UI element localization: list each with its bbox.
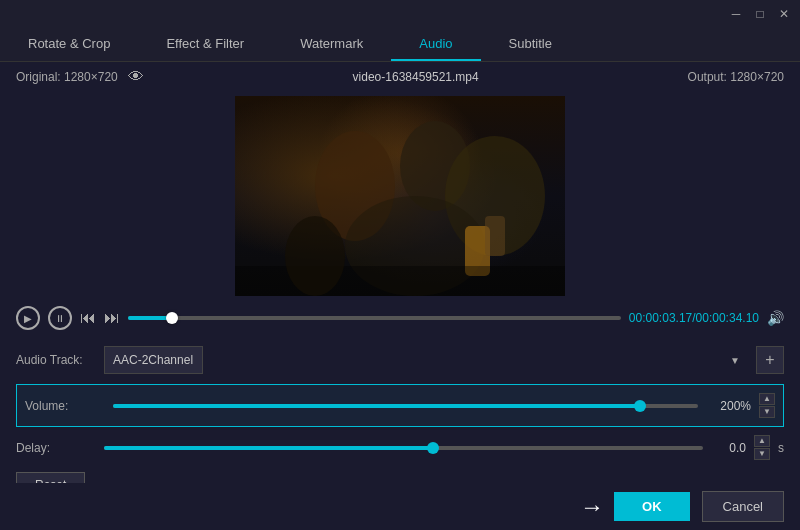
tab-watermark[interactable]: Watermark (272, 28, 391, 61)
video-overlay (235, 96, 565, 296)
minimize-button[interactable]: ─ (728, 6, 744, 22)
delay-thumb (427, 442, 439, 454)
volume-icon[interactable]: 🔊 (767, 310, 784, 326)
volume-label: Volume: (25, 399, 105, 413)
volume-thumb (634, 400, 646, 412)
volume-fill (113, 404, 640, 408)
progress-fill (128, 316, 172, 320)
delay-slider[interactable] (104, 446, 703, 450)
playback-bar: ▶ ⏸ ⏮ ⏭ 00:00:03.17/00:00:34.10 🔊 (0, 300, 800, 336)
delay-spinner: ▲ ▼ (754, 435, 770, 460)
stop-button[interactable]: ⏸ (48, 306, 72, 330)
play-button[interactable]: ▶ (16, 306, 40, 330)
cancel-button[interactable]: Cancel (702, 491, 784, 522)
delay-fill (104, 446, 433, 450)
delay-value: 0.0 (711, 441, 746, 455)
audio-track-row: Audio Track: AAC-2Channel + (16, 346, 784, 374)
audio-track-label: Audio Track: (16, 353, 96, 367)
original-size-label: Original: 1280×720 (16, 70, 118, 84)
volume-slider[interactable] (113, 404, 698, 408)
video-preview (235, 96, 565, 296)
info-bar: Original: 1280×720 👁 video-1638459521.mp… (0, 62, 800, 92)
next-frame-button[interactable]: ⏭ (104, 309, 120, 327)
title-bar: ─ □ ✕ (0, 0, 800, 28)
volume-up-button[interactable]: ▲ (759, 393, 775, 405)
progress-thumb (166, 312, 178, 324)
tab-audio[interactable]: Audio (391, 28, 480, 61)
progress-bar[interactable] (128, 316, 621, 320)
output-size-label: Output: 1280×720 (688, 70, 784, 84)
prev-frame-button[interactable]: ⏮ (80, 309, 96, 327)
volume-value: 200% (706, 399, 751, 413)
volume-spinner: ▲ ▼ (759, 393, 775, 418)
add-track-button[interactable]: + (756, 346, 784, 374)
volume-row: Volume: 200% ▲ ▼ (16, 384, 784, 427)
time-display: 00:00:03.17/00:00:34.10 (629, 311, 759, 325)
svg-point-7 (285, 216, 345, 296)
ok-button[interactable]: OK (614, 492, 690, 521)
maximize-button[interactable]: □ (752, 6, 768, 22)
svg-rect-5 (485, 216, 505, 256)
svg-rect-6 (235, 266, 565, 296)
close-button[interactable]: ✕ (776, 6, 792, 22)
delay-up-button[interactable]: ▲ (754, 435, 770, 447)
audio-track-select-wrapper: AAC-2Channel (104, 346, 748, 374)
delay-down-button[interactable]: ▼ (754, 448, 770, 460)
tab-bar: Rotate & Crop Effect & Filter Watermark … (0, 28, 800, 62)
audio-track-select[interactable]: AAC-2Channel (104, 346, 203, 374)
volume-down-button[interactable]: ▼ (759, 406, 775, 418)
eye-icon[interactable]: 👁 (128, 68, 144, 86)
delay-label: Delay: (16, 441, 96, 455)
tab-subtitle[interactable]: Subtitle (481, 28, 580, 61)
tab-effect-filter[interactable]: Effect & Filter (138, 28, 272, 61)
tab-rotate-crop[interactable]: Rotate & Crop (0, 28, 138, 61)
bottom-bar: → OK Cancel (0, 483, 800, 530)
arrow-icon: → (580, 493, 604, 521)
filename-label: video-1638459521.mp4 (353, 70, 479, 84)
delay-row: Delay: 0.0 ▲ ▼ s (16, 435, 784, 460)
video-container (0, 92, 800, 300)
delay-unit-label: s (778, 441, 784, 455)
